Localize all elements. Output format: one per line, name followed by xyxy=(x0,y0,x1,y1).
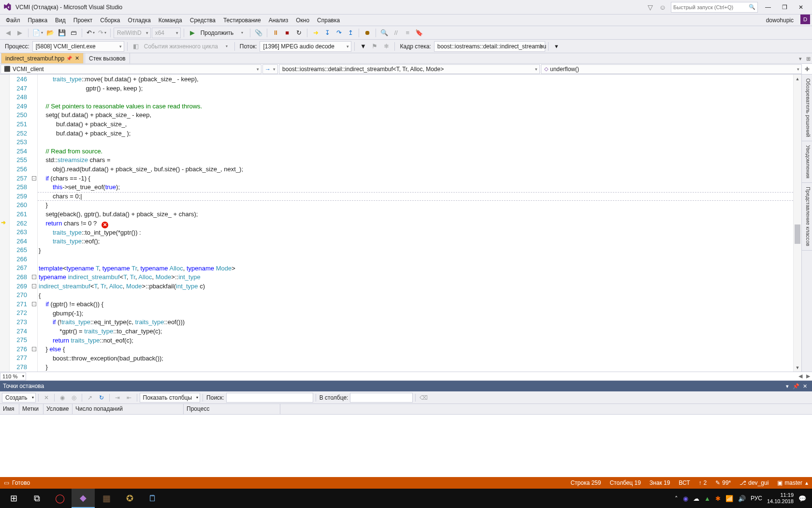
taskbar-app-5[interactable]: 🗒 xyxy=(141,489,164,508)
panel-pin-button[interactable]: 📌 xyxy=(792,383,800,389)
step-out-button[interactable]: ↥ xyxy=(345,28,356,38)
enable-breakpoint-button[interactable]: ◉ xyxy=(57,392,68,403)
thread-filter-button[interactable]: ▼ xyxy=(358,41,368,52)
pin-icon[interactable]: 📌 xyxy=(66,56,72,61)
continue-button[interactable]: ▶ xyxy=(187,28,198,38)
tray-volume-icon[interactable]: 🔊 xyxy=(738,495,746,502)
code-line[interactable]: traits_type::move( buf.data() + (pback_s… xyxy=(39,75,793,84)
new-project-button[interactable]: 📄 xyxy=(31,28,44,38)
menu-средства[interactable]: Средства xyxy=(186,15,219,26)
nav-forward-button[interactable]: ▶ xyxy=(14,28,25,38)
breakpoints-grid-body[interactable] xyxy=(0,415,812,477)
goto-source-button[interactable]: ⇥ xyxy=(112,392,123,403)
stack-combo[interactable]: boost::iostreams::detail::indirect_strea… xyxy=(434,41,545,52)
tabs-dropdown-button[interactable]: ▾ xyxy=(797,54,804,63)
code-line[interactable]: if (gptr() != eback()) { xyxy=(39,300,793,309)
vertical-scrollbar[interactable]: ▲ ▼ xyxy=(793,75,801,372)
code-line[interactable]: buf.data() + pback_size_ ); xyxy=(39,129,793,138)
tray-notifications-icon[interactable]: 💬 xyxy=(798,495,806,502)
code-line[interactable]: } xyxy=(39,246,793,255)
code-line[interactable]: template<typename T, typename Tr, typena… xyxy=(39,264,793,273)
scroll-down-button[interactable]: ▼ xyxy=(794,363,801,372)
task-view-button[interactable]: ⧉ xyxy=(25,489,48,508)
grid-header-col[interactable]: Процесс xyxy=(184,404,280,414)
code-line[interactable]: if (chars == -1) { xyxy=(39,174,793,183)
taskbar-app-4[interactable]: ✪ xyxy=(118,489,141,508)
menu-тестирование[interactable]: Тестирование xyxy=(219,15,265,26)
code-line[interactable]: { xyxy=(39,291,793,300)
h-scroll-left[interactable]: ◀ xyxy=(797,373,804,379)
code-line[interactable]: if (!traits_type::eq_int_type(c, traits_… xyxy=(39,318,793,327)
panel-header[interactable]: Точки останова ▾ 📌 ✕ xyxy=(0,381,812,391)
disable-breakpoint-button[interactable]: ◎ xyxy=(69,392,79,403)
status-column[interactable]: Столбец 19 xyxy=(609,479,640,486)
fold-gutter[interactable]: −−−−− xyxy=(31,75,38,372)
show-next-statement-button[interactable]: ➜ xyxy=(310,28,321,38)
scroll-up-button[interactable]: ▲ xyxy=(794,75,801,83)
code-line[interactable]: typename indirect_streambuf<T, Tr, Alloc… xyxy=(39,273,793,282)
tray-viber-icon[interactable]: ◉ xyxy=(683,495,688,502)
fold-toggle[interactable]: − xyxy=(32,176,36,180)
notifications-icon[interactable]: ▽ xyxy=(644,2,656,12)
tray-language[interactable]: РУС xyxy=(751,495,762,502)
search-input[interactable] xyxy=(226,393,313,403)
tray-shield-icon[interactable]: ▲ xyxy=(704,495,710,502)
status-branch[interactable]: ⎇dev_gui xyxy=(740,479,768,486)
code-line[interactable]: traits_type::to_int_type(*gptr()) : xyxy=(39,228,793,238)
feedback-icon[interactable]: ☺ xyxy=(656,2,669,12)
nav-project-combo[interactable]: ⬛ VCMI_client xyxy=(0,64,261,74)
side-tab[interactable]: Уведомления xyxy=(802,141,812,183)
doc-tab[interactable]: Стек вызовов xyxy=(85,53,130,63)
user-avatar[interactable]: D xyxy=(800,15,810,24)
intellitrace-button[interactable]: ⏺ xyxy=(362,28,373,38)
lifecycle-icon[interactable]: ◧ xyxy=(130,41,141,52)
code-line[interactable]: } xyxy=(39,363,793,372)
code-line[interactable]: this->set_true_eof(true); xyxy=(39,183,793,192)
start-button[interactable]: ⊞ xyxy=(2,489,25,508)
process-combo[interactable]: [5808] VCMI_client.exe xyxy=(32,41,124,52)
status-line[interactable]: Строка 259 xyxy=(570,479,601,486)
close-button[interactable]: ✕ xyxy=(793,1,809,14)
restart-button[interactable]: ↻ xyxy=(293,28,304,38)
menu-команда[interactable]: Команда xyxy=(155,15,186,26)
comment-button[interactable]: // xyxy=(391,28,401,38)
code-line[interactable]: } xyxy=(39,201,793,210)
code-line[interactable]: return chars != 0 ? ✕ xyxy=(39,219,793,228)
side-tab[interactable]: Обозреватель решений xyxy=(802,75,812,141)
status-changes[interactable]: ↑2 xyxy=(699,479,707,486)
user-name[interactable]: dowohupic xyxy=(762,15,798,26)
panel-close-button[interactable]: ✕ xyxy=(800,383,809,389)
menu-анализ[interactable]: Анализ xyxy=(265,15,292,26)
menu-проект[interactable]: Проект xyxy=(70,15,97,26)
panel-dropdown-button[interactable]: ▾ xyxy=(783,383,792,389)
pause-button[interactable]: ⏸ xyxy=(270,28,281,38)
tray-cloud-icon[interactable]: ☁ xyxy=(693,495,699,502)
status-insert-mode[interactable]: ВСТ xyxy=(679,479,690,486)
platform-combo[interactable]: x64 xyxy=(152,28,181,38)
continue-label[interactable]: Продолжить xyxy=(199,30,236,36)
tray-network-icon[interactable]: 📶 xyxy=(725,495,733,502)
code-line[interactable] xyxy=(39,93,793,102)
new-breakpoint-button[interactable]: Создать xyxy=(2,393,36,403)
taskbar-app-3[interactable]: ▦ xyxy=(95,489,118,508)
breakpoint-margin[interactable]: ➜ xyxy=(0,75,10,372)
toolbar-options-button[interactable]: ▾ xyxy=(551,41,562,52)
step-over-button[interactable]: ↷ xyxy=(334,28,344,38)
code-line[interactable]: } else { xyxy=(39,345,793,354)
menu-сборка[interactable]: Сборка xyxy=(96,15,124,26)
bookmark-button[interactable]: 🔖 xyxy=(414,28,424,38)
delete-breakpoint-button[interactable]: ✕ xyxy=(41,392,52,403)
continue-dropdown[interactable] xyxy=(236,28,247,38)
lifecycle-dropdown[interactable] xyxy=(221,41,232,52)
freeze-thread-button[interactable]: ❄ xyxy=(381,41,392,52)
system-tray[interactable]: ˄ ◉ ☁ ▲ ✱ 📶 🔊 РУС 11:19 14.10.2018 💬 xyxy=(675,492,810,505)
code-line[interactable] xyxy=(39,255,793,264)
redo-button[interactable]: ↷ xyxy=(97,28,107,38)
code-line[interactable]: setg( buf.data() + pback_size_ - keep, xyxy=(39,111,793,120)
code-line[interactable]: traits_type::eof(); xyxy=(39,237,793,246)
code-line[interactable]: obj().read(buf.data() + pback_size_, buf… xyxy=(39,165,793,174)
taskbar-app-visualstudio[interactable]: ◆ xyxy=(72,489,95,508)
clear-search-button[interactable]: ⌫ xyxy=(418,392,429,403)
grid-header-col[interactable]: Имя xyxy=(0,404,19,414)
step-into-button[interactable]: ↧ xyxy=(322,28,333,38)
